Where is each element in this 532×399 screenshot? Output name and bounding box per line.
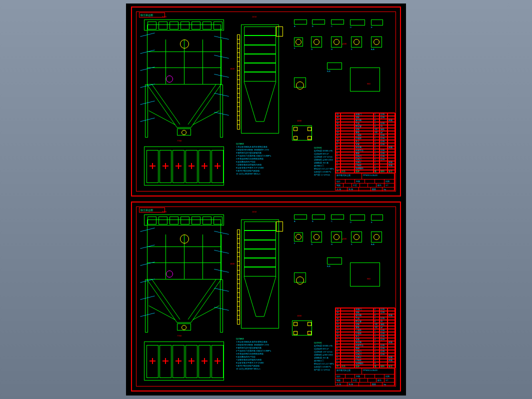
tb-cell: 设计: [336, 374, 346, 378]
dimension-text: 3200: [162, 16, 166, 18]
detail-view: [331, 214, 344, 220]
valve-wheel-icon: [182, 325, 186, 330]
ladder-rung: [238, 93, 240, 94]
detail-label: K: [351, 48, 352, 50]
ladder-rung: [238, 310, 240, 311]
anchor-bolt-icon: [294, 136, 298, 140]
drawing-number: PPW32-5-06-00: [362, 174, 394, 179]
detail-view: [312, 20, 325, 24]
tb-cell: [365, 374, 375, 378]
support-leg: [220, 280, 223, 332]
ladder-rung: [238, 106, 240, 107]
tb-cell: [346, 180, 356, 183]
bom-table: 19检修门2Q23518花板1Q23517脉冲阀6外购16气包1Q23515喷吹…: [335, 112, 395, 174]
ladder-rung: [238, 274, 240, 275]
detail-view: [294, 214, 307, 220]
tb-cell: [375, 180, 385, 183]
detail-region: ABCDEFGHKA-AB-B: [291, 18, 393, 118]
ladder-rung: [238, 230, 240, 230]
tb-cell: [360, 184, 368, 187]
drawing-number: PPW32-5-06-00: [362, 368, 394, 374]
detail-label: A-A: [371, 243, 374, 246]
bag-row: [244, 266, 276, 268]
centerline-cross-icon: [216, 164, 220, 168]
rotary-valve: [177, 324, 191, 330]
cad-canvas: 除尘器总图 ABCDEFGHKA-AB-B技术要求1 本设备按图纸及相关标准制造…: [126, 4, 406, 396]
detail-label: H: [331, 48, 332, 50]
hopper: [147, 84, 221, 130]
ladder-rung: [238, 256, 240, 257]
ladder-rung: [238, 116, 240, 116]
panel-seam: [221, 40, 222, 84]
detail-label: B-B: [327, 70, 330, 72]
ladder-rung: [238, 324, 240, 324]
ladder-rung: [238, 80, 240, 80]
support-leg: [145, 280, 148, 332]
detail-circle-icon: [334, 234, 340, 240]
panel-seam: [202, 234, 203, 280]
tb-cell: kg: [382, 382, 394, 386]
tb-cell: 第 张: [348, 188, 360, 191]
dimension-text: φ500: [342, 42, 346, 45]
detail-view: [350, 68, 380, 92]
valve-wheel-icon: [182, 130, 186, 135]
ladder-rung: [238, 234, 240, 234]
dimension-text: 1600: [230, 68, 234, 70]
drawing-title: 脉冲袋式除尘器: [336, 174, 362, 179]
panel-seam-h: [147, 262, 221, 263]
bag-row: [244, 240, 276, 240]
ladder-rung: [238, 66, 240, 66]
flange-circle-icon: [296, 82, 304, 90]
tb-cell: 图号: [376, 378, 384, 382]
tb-cell: 图号: [376, 184, 384, 187]
front-elevation: [144, 214, 224, 334]
anchor-bolt-icon: [294, 322, 298, 326]
note-line: 10 未注公差按GB/T1804-m: [236, 368, 311, 370]
ladder-rung: [238, 288, 240, 288]
centerline-cross-icon: [176, 359, 180, 363]
detail-circle-icon: [374, 39, 380, 45]
drawing-tag: 除尘器总图: [139, 12, 165, 18]
detail-label: C: [331, 220, 332, 222]
centerline-cross-icon: [190, 164, 194, 168]
detail-label: H: [331, 243, 332, 246]
title-block: 脉冲袋式除尘器 PPW32-5-06-00 设计审核比例 制图工艺图号 1:7 …: [335, 368, 395, 386]
ladder-rung: [238, 238, 240, 239]
sheet-1: 除尘器总图 ABCDEFGHKA-AB-B技术要求1 本设备按图纸及相关标准制造…: [131, 6, 401, 196]
inlet-port-icon: [166, 76, 173, 82]
detail-label: F: [294, 242, 295, 244]
scale-cell: 1:7: [384, 184, 394, 187]
tb-cell: [360, 378, 368, 382]
ladder-rung: [238, 315, 240, 316]
dimension-text: 960: [367, 82, 370, 85]
tb-cell: [359, 382, 371, 386]
ladder-rung: [238, 34, 240, 35]
detail-label: F: [294, 47, 295, 50]
panel-seam: [202, 40, 203, 84]
anchor-bolt-icon: [308, 127, 312, 131]
detail-view: [371, 214, 383, 220]
detail-label: B-B: [327, 265, 330, 268]
tb-cell: [375, 374, 385, 378]
detail-view: [312, 214, 325, 220]
tb-cell: 重量: [371, 382, 383, 386]
detail-label: D: [350, 26, 352, 28]
detail-circle-icon: [314, 234, 320, 240]
ladder-rung: [238, 292, 240, 293]
side-elevation: [235, 20, 285, 140]
dimension-text: 2450: [252, 210, 256, 213]
clean-air-plenum: [244, 222, 276, 230]
tb-cell: 审核: [355, 180, 365, 183]
tb-cell: 共 张: [336, 188, 348, 191]
centerline-cross-icon: [164, 359, 168, 363]
technical-notes: 技术要求1 本设备按图纸及相关标准制造验收2 焊接采用E43焊条 焊缝高度不小于…: [236, 142, 311, 176]
detail-view: [294, 20, 307, 24]
detail-circle-icon: [296, 234, 302, 240]
dimension-text: 2450: [252, 16, 256, 18]
detail-label: E: [371, 221, 372, 224]
drawing-tag: 除尘器总图: [139, 208, 165, 212]
ladder-rung: [238, 270, 240, 270]
dimension-text: 450: [307, 332, 310, 335]
detail-label: E: [371, 26, 372, 28]
ladder-rung: [238, 297, 240, 298]
